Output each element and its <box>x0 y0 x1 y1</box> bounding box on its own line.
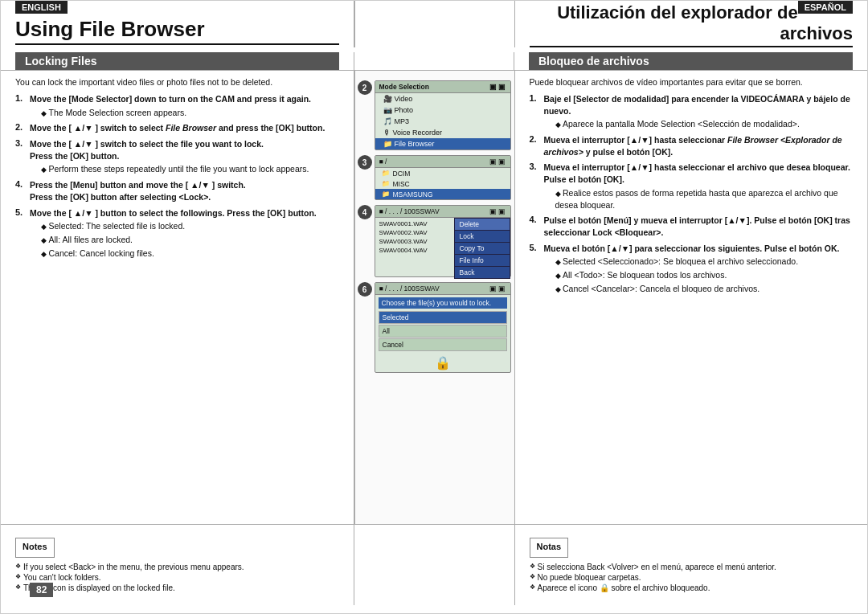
ctx-lock: Lock <box>455 231 510 243</box>
step-rcontent-5: Mueva el botón [▲/▼] para seleccionar lo… <box>544 243 840 295</box>
screen-row-2: 3 ■ / ▣ ▣ 📁DCIM 📁MISC 📁MS <box>355 155 514 200</box>
step-rsub-5a: Selected <Seleccionado>: Se bloquea el a… <box>555 256 840 268</box>
step-rnum-2: 2. <box>530 134 542 144</box>
menu-item-mp3: 🎵MP3 <box>375 116 510 127</box>
fb-item-msamsung: 📁MSAMSUNG <box>375 189 510 199</box>
ctx-menu-screen: ■ / . . . / 100SSWAV ▣ ▣ SWAV0001.WAV SW… <box>375 205 511 277</box>
notes-box: Notes <box>15 538 55 558</box>
step-circle-4: 4 <box>358 205 372 219</box>
menu-item-video: 🎥Video <box>375 93 510 104</box>
bottom-right: Notas Si selecciona Back <Volver> en el … <box>515 525 868 605</box>
step-content-5: Move the [ ▲/▼ ] button to select the fo… <box>30 207 317 260</box>
col-right: Puede bloquear archivos de vídeo importa… <box>515 71 868 524</box>
menu-item-photo: 📷Photo <box>375 104 510 116</box>
screen-row-1: 2 Mode Selection ▣ ▣ 🎥Video 📷Photo <box>355 80 514 150</box>
step-rsub-5b: All <Todo>: Se bloquean todos los archiv… <box>555 269 840 281</box>
step-sub-5b: All: All files are locked. <box>41 234 317 246</box>
nota-item-3: Aparece el icono 🔒 sobre el archivo bloq… <box>530 583 854 592</box>
lock-icon: 🔒 <box>435 356 451 370</box>
fb-root-screen: ■ / ▣ ▣ 📁DCIM 📁MISC 📁MSAMSUNG <box>375 155 511 200</box>
screen-row-3: 4 ■ / . . . / 100SSWAV ▣ ▣ SWAV0001.WAV … <box>355 205 514 277</box>
step-sub-3: Perform these steps repeatedly until the… <box>41 163 309 175</box>
step-num-4: 4. <box>15 179 28 189</box>
step-circle-6: 6 <box>358 282 372 297</box>
header-row: ENGLISH Using File Browser ESPAÑOL Utili… <box>1 1 867 47</box>
step-num-2: 2. <box>15 122 28 132</box>
step-rnum-4: 4. <box>530 215 542 224</box>
step-right-5: 5. Mueva el botón [▲/▼] para seleccionar… <box>530 243 854 295</box>
lock-screen: ■ / . . . / 100SSWAV ▣ ▣ Choose the file… <box>375 282 511 373</box>
step-right-1: 1. Baje el [Selector de modalidad] para … <box>530 93 854 130</box>
step-rcontent-4: Pulse el botón [Menú] y mueva el interru… <box>544 215 854 238</box>
ctx-header: ■ / . . . / 100SSWAV ▣ ▣ <box>375 206 510 218</box>
menu-item-voice: 🎙Voice Recorder <box>375 127 510 138</box>
section-title-right: Bloqueo de archivos <box>529 52 853 70</box>
nota-item-2: No puede bloquear carpetas. <box>530 573 854 582</box>
lock-opt-selected: Selected <box>379 311 507 324</box>
menu-item-filebrowser: 📁File Browser <box>375 138 510 149</box>
bottom-center <box>354 525 515 605</box>
lock-opt-all: All <box>379 325 507 338</box>
notas-items: Si selecciona Back <Volver> en el menú, … <box>530 563 854 592</box>
step-rnum-5: 5. <box>530 243 542 252</box>
nota-item-1: Si selecciona Back <Volver> en el menú, … <box>530 563 854 571</box>
ctx-back: Back <box>455 267 510 278</box>
step-rcontent-1: Baje el [Selector de modalidad] para enc… <box>544 93 854 130</box>
step-right-2: 2. Mueva el interruptor [▲/▼] hasta sele… <box>530 134 854 158</box>
ctx-fileinfo: File Info <box>455 255 510 267</box>
page-number: 82 <box>30 583 53 597</box>
fb-root-header: ■ / ▣ ▣ <box>375 156 510 168</box>
step-rcontent-2: Mueva el interruptor [▲/▼] hasta selecci… <box>544 134 854 158</box>
device-area: 2 Mode Selection ▣ ▣ 🎥Video 📷Photo <box>354 71 515 524</box>
screen-row-4: 6 ■ / . . . / 100SSWAV ▣ ▣ Choose the fi… <box>355 282 514 373</box>
header-left: ENGLISH Using File Browser <box>1 1 354 47</box>
step-rsub-5c: Cancel <Cancelar>: Cancela el bloqueo de… <box>555 283 840 295</box>
step-left-3: 3. Move the [ ▲/▼ ] switch to select the… <box>15 138 339 175</box>
lock-body: Choose the file(s) you would to lock. Se… <box>375 295 510 354</box>
step-sub-1: The Mode Selection screen appears. <box>41 107 311 119</box>
main-content: You can lock the important video files o… <box>1 70 867 524</box>
lang-badge-english: ENGLISH <box>15 1 68 14</box>
note-item-3: The 🔒 icon is displayed on the locked fi… <box>15 583 339 592</box>
ctx-delete: Delete <box>455 219 510 231</box>
step-content-2: Move the [ ▲/▼ ] switch to select File B… <box>30 122 325 134</box>
notas-title: Notas <box>537 542 562 551</box>
page-title-left: Using File Browser <box>15 17 339 45</box>
lock-header: ■ / . . . / 100SSWAV ▣ ▣ <box>375 283 510 295</box>
ctx-overlay: Delete Lock Copy To File Info Back <box>454 218 510 279</box>
col-left: You can lock the important video files o… <box>1 71 354 524</box>
step-rsub-1: Aparece la pantalla Mode Selection <Sele… <box>555 118 854 130</box>
notas-box: Notas <box>530 538 569 558</box>
step-num-3: 3. <box>15 138 28 148</box>
header-right: ESPAÑOL Utilización del explorador de ar… <box>515 1 868 47</box>
step-rnum-1: 1. <box>530 93 542 103</box>
note-item-2: You can't lock folders. <box>15 573 339 582</box>
mode-selection-screen: Mode Selection ▣ ▣ 🎥Video 📷Photo 🎵MP3 <box>375 80 511 150</box>
step-rnum-3: 3. <box>530 162 542 171</box>
bottom-left: Notes If you select <Back> in the menu, … <box>1 525 354 605</box>
bottom-area: Notes If you select <Back> in the menu, … <box>1 525 867 613</box>
step-num-5: 5. <box>15 207 28 217</box>
step-content-4: Press the [Menu] button and move the [ ▲… <box>30 179 246 203</box>
page: ENGLISH Using File Browser ESPAÑOL Utili… <box>0 0 868 614</box>
fb-item-dcim: 📁DCIM <box>375 168 510 178</box>
ctx-body: SWAV0001.WAV SWAV0002.WAV SWAV0003.WAV S… <box>375 218 510 256</box>
step-rsub-3: Realice estos pasos de forma repetida ha… <box>555 187 854 211</box>
header-center <box>354 1 515 47</box>
lock-icon-area: 🔒 <box>375 354 510 372</box>
note-item-1: If you select <Back> in the menu, the pr… <box>15 563 339 571</box>
step-left-5: 5. Move the [ ▲/▼ ] button to select the… <box>15 207 339 260</box>
step-circle-2: 2 <box>358 80 372 95</box>
notes-title: Notes <box>23 542 47 551</box>
step-content-3: Move the [ ▲/▼ ] switch to select the fi… <box>30 138 309 175</box>
step-num-1: 1. <box>15 93 28 103</box>
step-circle-3: 3 <box>358 155 372 170</box>
mode-selection-header: Mode Selection ▣ ▣ <box>375 81 510 93</box>
step-right-4: 4. Pulse el botón [Menú] y mueva el inte… <box>530 215 854 238</box>
fb-item-misc: 📁MISC <box>375 178 510 189</box>
lock-opt-cancel: Cancel <box>379 338 507 351</box>
intro-left: You can lock the important video files o… <box>15 77 339 87</box>
lang-badge-espanol: ESPAÑOL <box>798 1 853 14</box>
step-rcontent-3: Mueva el interruptor [▲/▼] hasta selecci… <box>544 162 854 211</box>
intro-right: Puede bloquear archivos de vídeo importa… <box>530 77 854 87</box>
